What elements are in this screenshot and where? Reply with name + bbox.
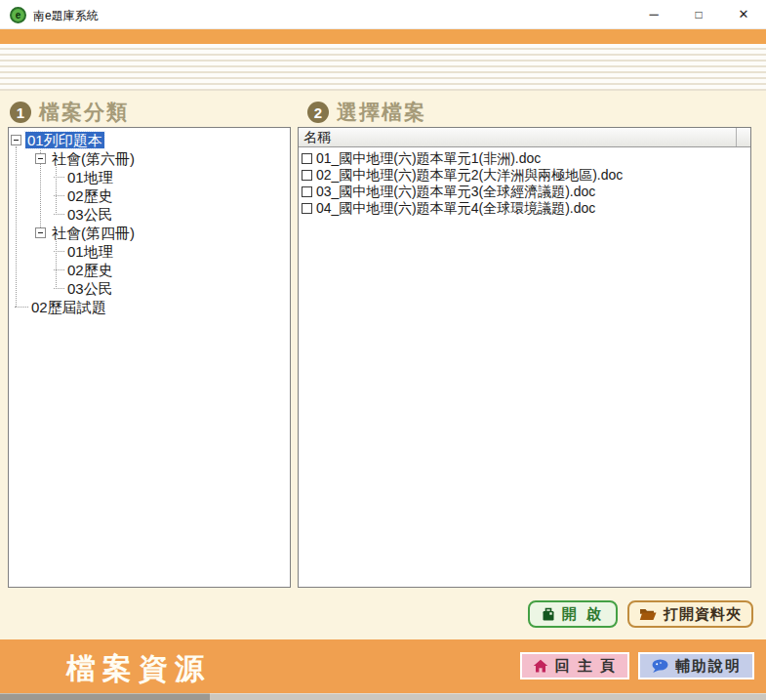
- section-title-select-files: 選擇檔案: [337, 99, 426, 126]
- home-icon: [533, 659, 548, 673]
- tree-item[interactable]: 02歷史: [9, 261, 290, 279]
- app-logo-icon: e: [10, 7, 26, 23]
- file-name-label: 03_國中地理(六)題本單元3(全球經濟議題).doc: [316, 184, 595, 201]
- tree-connector-line: [54, 288, 64, 289]
- tree-item[interactable]: 02歷史: [9, 186, 290, 205]
- file-list-panel: 名稱 01_國中地理(六)題本單元1(非洲).doc02_國中地理(六)題本單元…: [298, 127, 751, 588]
- tree-item[interactable]: 03公民: [9, 279, 290, 298]
- name-column-header[interactable]: 名稱: [299, 128, 737, 146]
- minimize-button[interactable]: ─: [631, 0, 676, 29]
- tree-item-label: 03公民: [65, 206, 115, 223]
- tree-item-label: 社會(第六冊): [50, 150, 137, 167]
- orange-accent-band: [0, 29, 766, 44]
- open-button-label: 開 啟: [562, 605, 604, 624]
- home-button-label: 回 主 頁: [555, 657, 617, 676]
- tree-item[interactable]: 02歷屆試題: [9, 298, 290, 316]
- tree-item[interactable]: 03公民: [9, 205, 290, 224]
- tree-item-label: 02歷史: [65, 262, 115, 278]
- tree-item-label: 社會(第四冊): [50, 225, 137, 241]
- file-checkbox[interactable]: [302, 186, 312, 197]
- file-list-row[interactable]: 04_國中地理(六)題本單元4(全球環境議題).doc: [299, 200, 750, 217]
- tree-item-label: 01地理: [65, 243, 115, 260]
- main-content: 1 檔案分類 2 選擇檔案 01列印題本社會(第六冊)01地理02歷史03公民社…: [0, 91, 766, 639]
- help-button[interactable]: 輔助說明: [638, 652, 754, 679]
- open-folder-button-label: 打開資料夾: [664, 605, 742, 624]
- section-header-file-category: 1 檔案分類: [10, 99, 129, 126]
- step-2-badge: 2: [307, 102, 329, 123]
- tree-connector-line: [15, 307, 28, 308]
- home-button[interactable]: 回 主 頁: [520, 652, 629, 679]
- tree-item[interactable]: 社會(第四冊): [9, 224, 290, 242]
- tree-expander-minus-icon[interactable]: [11, 135, 21, 145]
- category-tree-panel: 01列印題本社會(第六冊)01地理02歷史03公民社會(第四冊)01地理02歷史…: [8, 127, 291, 588]
- tree-item-label: 02歷屆試題: [29, 299, 108, 315]
- tree-item-label: 02歷史: [65, 187, 115, 204]
- close-button[interactable]: ✕: [721, 0, 766, 29]
- filler-column-header: [737, 128, 750, 146]
- tree-connector-line: [54, 214, 64, 215]
- file-checkbox[interactable]: [302, 203, 312, 214]
- window-title: 南e題庫系統: [33, 8, 99, 24]
- bottom-edge-strip: [0, 693, 766, 700]
- tree-connector-line: [54, 269, 64, 270]
- striped-header-band: [0, 44, 766, 91]
- tree-item[interactable]: 01地理: [9, 168, 290, 186]
- file-name-label: 02_國中地理(六)題本單元2(大洋洲與兩極地區).doc: [316, 167, 623, 185]
- file-name-label: 01_國中地理(六)題本單元1(非洲).doc: [316, 150, 541, 168]
- step-1-badge: 1: [10, 102, 31, 123]
- bottom-strip-left: [0, 693, 210, 700]
- title-bar: e 南e題庫系統 ─ □ ✕: [0, 0, 766, 29]
- open-disk-icon: [542, 607, 555, 621]
- tree-item-label: 03公民: [65, 280, 115, 297]
- tree-expander-minus-icon[interactable]: [35, 153, 46, 164]
- bottom-strip-right: [210, 693, 766, 700]
- tree-connector-line: [54, 195, 64, 196]
- tree-item[interactable]: 社會(第六冊): [9, 149, 290, 168]
- file-list-row[interactable]: 01_國中地理(六)題本單元1(非洲).doc: [299, 150, 750, 167]
- tree-item-label: 01列印題本: [25, 132, 104, 148]
- tree-item[interactable]: 01地理: [9, 242, 290, 261]
- help-button-label: 輔助說明: [675, 657, 742, 676]
- folder-icon: [639, 607, 657, 621]
- footer-button-row: 回 主 頁 輔助說明: [520, 652, 754, 679]
- file-name-label: 04_國中地理(六)題本單元4(全球環境議題).doc: [316, 200, 595, 218]
- tree-item-label: 01地理: [65, 169, 115, 185]
- open-folder-button[interactable]: 打開資料夾: [627, 600, 753, 628]
- file-list: 01_國中地理(六)題本單元1(非洲).doc02_國中地理(六)題本單元2(大…: [299, 147, 750, 217]
- section-header-select-files: 2 選擇檔案: [307, 99, 426, 126]
- footer-bar: 檔案資源 回 主 頁 輔助說明: [0, 639, 766, 693]
- maximize-button[interactable]: □: [676, 0, 721, 29]
- file-checkbox[interactable]: [302, 170, 312, 181]
- tree-connector-line: [54, 251, 64, 252]
- open-button[interactable]: 開 啟: [528, 600, 618, 628]
- file-list-header-row: 名稱: [299, 128, 750, 147]
- speech-bubble-icon: [651, 659, 668, 674]
- file-list-row[interactable]: 03_國中地理(六)題本單元3(全球經濟議題).doc: [299, 184, 750, 200]
- tree-connector-line: [54, 177, 64, 178]
- section-title-file-category: 檔案分類: [39, 99, 129, 126]
- page-title: 檔案資源: [66, 649, 211, 689]
- tree-expander-minus-icon[interactable]: [35, 227, 46, 238]
- action-button-row: 開 啟 打開資料夾: [528, 600, 753, 628]
- category-tree: 01列印題本社會(第六冊)01地理02歷史03公民社會(第四冊)01地理02歷史…: [9, 128, 290, 316]
- tree-item[interactable]: 01列印題本: [9, 131, 290, 149]
- file-list-row[interactable]: 02_國中地理(六)題本單元2(大洋洲與兩極地區).doc: [299, 167, 750, 184]
- file-checkbox[interactable]: [302, 153, 312, 164]
